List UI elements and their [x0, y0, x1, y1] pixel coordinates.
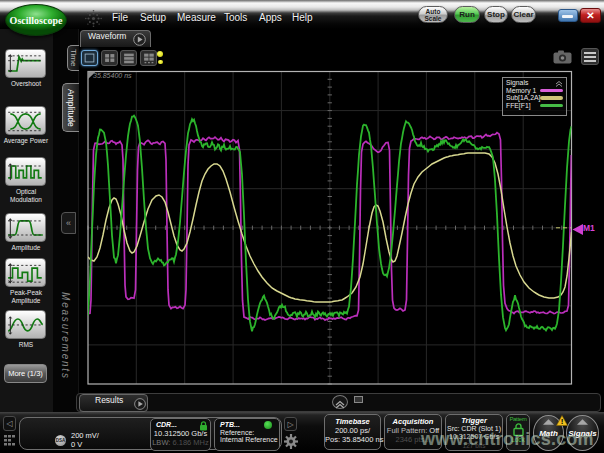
- svg-text:!: !: [561, 417, 564, 426]
